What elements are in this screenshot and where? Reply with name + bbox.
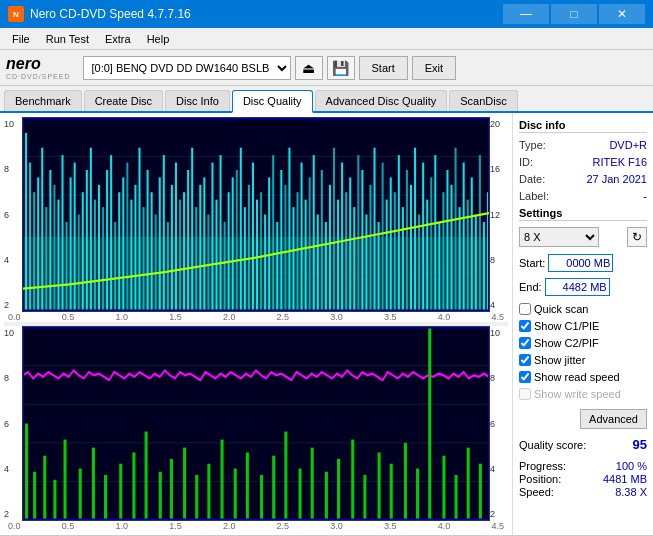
svg-rect-69 [280, 170, 282, 311]
svg-rect-9 [37, 177, 39, 311]
exit-button[interactable]: Exit [412, 56, 456, 80]
svg-rect-141 [159, 472, 162, 520]
svg-rect-109 [442, 192, 444, 311]
svg-rect-59 [240, 148, 242, 311]
bottom-chart-container: 108642 [4, 326, 508, 521]
svg-rect-88 [357, 155, 359, 311]
window-controls: — □ ✕ [503, 4, 645, 24]
svg-rect-135 [79, 469, 82, 520]
speed-select[interactable]: 8 X [519, 227, 599, 247]
svg-rect-57 [232, 177, 234, 311]
svg-rect-31 [126, 163, 128, 311]
svg-rect-138 [119, 464, 122, 520]
svg-rect-159 [390, 464, 393, 520]
close-button[interactable]: ✕ [599, 4, 645, 24]
svg-rect-29 [118, 192, 120, 311]
svg-rect-17 [70, 177, 72, 311]
chart-area: 108642 [0, 113, 513, 535]
settings-title: Settings [519, 207, 647, 221]
svg-rect-91 [369, 185, 371, 311]
show-c2pif-checkbox[interactable] [519, 337, 531, 349]
svg-rect-144 [195, 475, 198, 520]
tab-create-disc[interactable]: Create Disc [84, 90, 163, 111]
show-jitter-checkbox[interactable] [519, 354, 531, 366]
main-content: 108642 [0, 113, 653, 535]
menu-file[interactable]: File [4, 31, 38, 47]
svg-rect-96 [390, 177, 392, 311]
svg-rect-41 [167, 222, 169, 311]
svg-rect-73 [297, 192, 299, 311]
toolbar: nero CD·DVD/SPEED [0:0] BENQ DVD DD DW16… [0, 50, 653, 86]
svg-rect-104 [422, 163, 424, 311]
tab-benchmark[interactable]: Benchmark [4, 90, 82, 111]
tab-scan-disc[interactable]: ScanDisc [449, 90, 517, 111]
start-button[interactable]: Start [359, 56, 408, 80]
maximize-button[interactable]: □ [551, 4, 597, 24]
svg-rect-20 [82, 192, 84, 311]
disc-info-title: Disc info [519, 119, 647, 133]
svg-rect-82 [333, 148, 335, 311]
chart1-y-right: 20161284 [490, 117, 508, 312]
show-c1pie-label: Show C1/PIE [534, 320, 599, 332]
menu-run-test[interactable]: Run Test [38, 31, 97, 47]
quick-scan-checkbox[interactable] [519, 303, 531, 315]
svg-rect-106 [430, 177, 432, 311]
progress-label: Progress: [519, 460, 566, 472]
svg-rect-34 [138, 148, 140, 311]
position-row: Position: 4481 MB [519, 473, 647, 485]
svg-rect-131 [33, 472, 36, 520]
svg-rect-163 [442, 456, 445, 520]
svg-rect-63 [256, 200, 258, 311]
id-value: RITEK F16 [593, 156, 647, 168]
svg-rect-33 [134, 185, 136, 311]
refresh-button[interactable]: ↻ [627, 227, 647, 247]
svg-rect-152 [299, 469, 302, 520]
menu-extra[interactable]: Extra [97, 31, 139, 47]
show-write-speed-checkbox[interactable] [519, 388, 531, 400]
svg-rect-75 [305, 200, 307, 311]
tab-disc-info[interactable]: Disc Info [165, 90, 230, 111]
svg-rect-147 [234, 469, 237, 520]
svg-rect-101 [410, 185, 412, 311]
svg-rect-26 [106, 170, 108, 311]
show-read-speed-checkbox[interactable] [519, 371, 531, 383]
tab-advanced-disc-quality[interactable]: Advanced Disc Quality [315, 90, 448, 111]
svg-rect-24 [98, 185, 100, 311]
svg-rect-11 [45, 207, 47, 311]
svg-rect-161 [416, 469, 419, 520]
show-c1pie-checkbox[interactable] [519, 320, 531, 332]
svg-rect-37 [151, 192, 153, 311]
advanced-button[interactable]: Advanced [580, 409, 647, 429]
svg-rect-65 [264, 215, 266, 312]
svg-rect-160 [404, 443, 407, 520]
right-panel: Disc info Type: DVD+R ID: RITEK F16 Date… [513, 113, 653, 535]
svg-rect-76 [309, 177, 311, 311]
svg-rect-102 [414, 148, 416, 311]
svg-rect-53 [215, 200, 217, 311]
svg-rect-32 [130, 200, 132, 311]
svg-rect-54 [220, 155, 222, 311]
minimize-button[interactable]: — [503, 4, 549, 24]
drive-select[interactable]: [0:0] BENQ DVD DD DW1640 BSLB [83, 56, 291, 80]
chart2-y-right: 108642 [490, 326, 508, 521]
svg-rect-110 [446, 170, 448, 311]
svg-rect-86 [349, 177, 351, 311]
save-button[interactable]: 💾 [327, 56, 355, 80]
eject-button[interactable]: ⏏ [295, 56, 323, 80]
end-input[interactable] [545, 278, 610, 296]
svg-rect-89 [361, 170, 363, 311]
svg-rect-67 [272, 155, 274, 311]
menu-help[interactable]: Help [139, 31, 178, 47]
quick-scan-row: Quick scan [519, 303, 647, 315]
tab-disc-quality[interactable]: Disc Quality [232, 90, 313, 113]
show-write-speed-row: Show write speed [519, 388, 647, 400]
svg-rect-151 [284, 432, 287, 520]
start-input[interactable] [548, 254, 613, 272]
start-row: Start: [519, 254, 647, 272]
svg-rect-64 [260, 192, 262, 311]
svg-rect-155 [337, 459, 340, 520]
svg-rect-150 [272, 456, 275, 520]
show-jitter-label: Show jitter [534, 354, 585, 366]
svg-rect-133 [53, 480, 56, 520]
svg-rect-35 [143, 207, 145, 311]
